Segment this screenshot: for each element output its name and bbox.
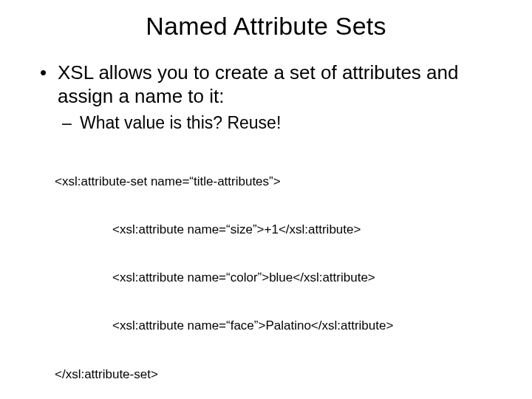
code-line: <xsl:attribute name=“color”>blue</xsl:at… (55, 270, 502, 286)
code-line: <xsl:attribute name=“face”>Palatino</xsl… (55, 318, 502, 334)
bullet-text: XSL allows you to create a set of attrib… (58, 61, 458, 107)
code-block: <xsl:attribute-set name=“title-attribute… (55, 141, 502, 399)
slide-title: Named Attribute Sets (30, 12, 502, 41)
sub-bullet-list: What value is this? Reuse! (62, 112, 502, 134)
code-line: </xsl:attribute-set> (55, 366, 502, 383)
sub-bullet-text: What value is this? Reuse! (80, 113, 281, 132)
bullet-list: XSL allows you to create a set of attrib… (37, 61, 502, 134)
sub-bullet-item: What value is this? Reuse! (62, 112, 502, 134)
code-line: <xsl:attribute-set name=“title-attribute… (55, 174, 502, 190)
code-line: <xsl:attribute name=“size”>+1</xsl:attri… (55, 222, 502, 238)
bullet-item: XSL allows you to create a set of attrib… (37, 61, 502, 134)
slide: Named Attribute Sets XSL allows you to c… (0, 0, 532, 399)
